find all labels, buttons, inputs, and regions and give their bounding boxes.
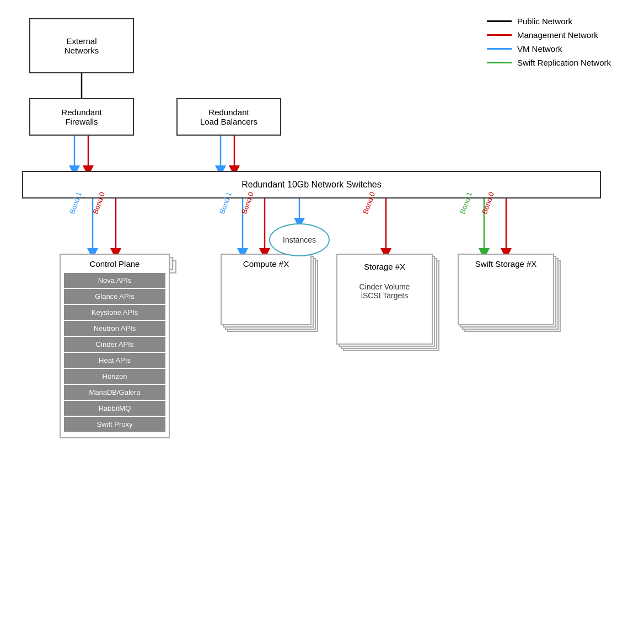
cp-horizon: Horizon: [64, 369, 165, 384]
diagram-container: Public Network Management Network VM Net…: [0, 0, 644, 644]
legend-public-network: Public Network: [487, 17, 611, 26]
vm-network-line: [487, 48, 512, 50]
swift-replication-label: Swift Replication Network: [517, 58, 611, 67]
redundant-firewalls-label: Redundant Firewalls: [61, 108, 101, 126]
cp-rabbitmq: RabbitMQ: [64, 401, 165, 416]
legend-swift-replication-network: Swift Replication Network: [487, 58, 611, 67]
compute-title: Compute #X: [243, 255, 289, 273]
control-plane-main-box: Control Plane Nova APIs Glance APIs Keys…: [60, 254, 170, 438]
network-switches-label: Redundant 10Gb Network Switches: [242, 180, 381, 190]
instances-label: Instances: [283, 235, 316, 244]
cp-glance: Glance APIs: [64, 289, 165, 304]
management-network-line: [487, 34, 512, 36]
cp-nova: Nova APIs: [64, 273, 165, 288]
swift-storage-main-box: Swift Storage #X: [458, 254, 554, 325]
storage-title: Storage #X: [364, 257, 405, 276]
network-switches-box: Redundant 10Gb Network Switches: [22, 171, 601, 198]
redundant-firewalls-box: Redundant Firewalls: [29, 98, 134, 136]
redundant-lb-box: Redundant Load Balancers: [176, 98, 281, 136]
storage-sub: Cinder Volume iSCSI Targets: [359, 281, 410, 304]
legend: Public Network Management Network VM Net…: [487, 17, 611, 67]
cp-cinder: Cinder APIs: [64, 337, 165, 352]
cp-heat: Heat APIs: [64, 353, 165, 368]
redundant-lb-label: Redundant Load Balancers: [200, 108, 257, 126]
swift-storage-title: Swift Storage #X: [475, 255, 537, 273]
cp-mariadb: MariaDB/Galera: [64, 385, 165, 400]
management-network-label: Management Network: [517, 30, 598, 40]
cp-keystone: Keystone APIs: [64, 305, 165, 320]
compute-main-box: Compute #X: [221, 254, 312, 325]
external-networks-box: External Networks: [29, 18, 134, 73]
swift-storage-stack: Swift Storage #X: [458, 254, 554, 325]
compute-stack: Compute #X: [221, 254, 312, 325]
public-network-label: Public Network: [517, 17, 572, 26]
public-network-line: [487, 20, 512, 22]
cp-swift-proxy: Swift Proxy: [64, 417, 165, 432]
external-networks-label: External Networks: [65, 36, 99, 55]
legend-vm-network: VM Network: [487, 44, 611, 53]
storage-stack: Storage #X Cinder Volume iSCSI Targets: [336, 254, 433, 345]
instances-oval: Instances: [269, 223, 330, 256]
storage-main-box: Storage #X Cinder Volume iSCSI Targets: [336, 254, 433, 345]
swift-replication-line: [487, 62, 512, 63]
cp-neutron: Neutron APIs: [64, 321, 165, 336]
vm-network-label: VM Network: [517, 44, 562, 53]
control-plane-stack: Control Plane Nova APIs Glance APIs Keys…: [60, 254, 170, 438]
control-plane-title: Control Plane: [61, 255, 169, 272]
legend-management-network: Management Network: [487, 30, 611, 40]
